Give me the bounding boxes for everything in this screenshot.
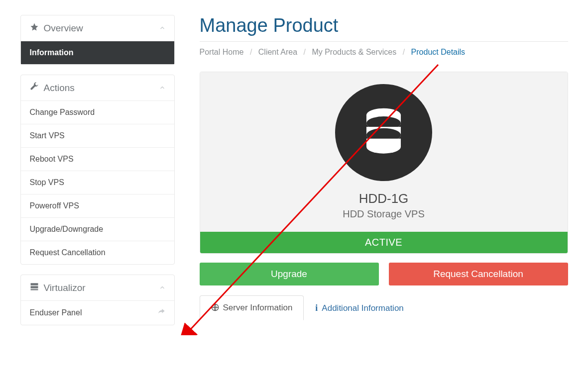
tab-label: Additional Information: [322, 303, 403, 313]
breadcrumb-sep: /: [304, 48, 306, 56]
status-badge: ACTIVE: [200, 232, 568, 253]
sidebar-item-information[interactable]: Information: [21, 41, 174, 64]
sidebar-item-label: Stop VPS: [30, 178, 64, 187]
tab-server-information[interactable]: Server Information: [200, 295, 304, 320]
sidebar-item-request-cancellation[interactable]: Request Cancellation: [21, 241, 174, 264]
breadcrumb-client[interactable]: Client Area: [258, 48, 297, 56]
sidebar-item-stop-vps[interactable]: Stop VPS: [21, 171, 174, 194]
sidebar-item-enduser-panel[interactable]: Enduser Panel: [21, 300, 174, 325]
sidebar-item-label: Start VPS: [30, 131, 65, 140]
breadcrumb-current[interactable]: Product Details: [411, 48, 466, 56]
breadcrumb-sep: /: [403, 48, 405, 56]
share-icon: [157, 308, 165, 318]
sidebar-item-label: Upgrade/Downgrade: [30, 225, 104, 234]
actions-panel: Actions Change Password Start VPS Reboot…: [20, 75, 175, 265]
sidebar-item-label: Poweroff VPS: [30, 201, 79, 210]
server-icon: [30, 282, 39, 293]
tabs: Server Information i Additional Informat…: [200, 295, 568, 320]
breadcrumb: Portal Home / Client Area / My Products …: [200, 48, 568, 57]
actions-title: Actions: [44, 83, 75, 94]
overview-panel: Overview Information: [20, 15, 175, 65]
tab-label: Server Information: [223, 303, 293, 313]
breadcrumb-products[interactable]: My Products & Services: [312, 48, 396, 56]
product-icon-circle: [335, 84, 432, 181]
page-title: Manage Product: [200, 15, 568, 36]
sidebar-item-upgrade-downgrade[interactable]: Upgrade/Downgrade: [21, 217, 174, 241]
wrench-icon: [30, 82, 39, 94]
breadcrumb-sep: /: [250, 48, 252, 56]
globe-icon: [211, 303, 219, 313]
virtualizor-panel: Virtualizor Enduser Panel: [20, 275, 175, 325]
virtualizor-title: Virtualizor: [44, 283, 86, 293]
chevron-up-icon: [159, 24, 165, 32]
overview-header[interactable]: Overview: [21, 15, 174, 41]
sidebar-item-change-password[interactable]: Change Password: [21, 100, 174, 124]
product-name: HDD-1G: [200, 191, 568, 206]
database-icon: [360, 107, 407, 159]
chevron-up-icon: [159, 84, 165, 92]
sidebar-item-poweroff-vps[interactable]: Poweroff VPS: [21, 194, 174, 217]
upgrade-button[interactable]: Upgrade: [200, 263, 379, 285]
product-top: HDD-1G HDD Storage VPS: [200, 72, 568, 232]
product-card: HDD-1G HDD Storage VPS ACTIVE: [200, 72, 568, 254]
product-subtitle: HDD Storage VPS: [200, 208, 568, 220]
actions-header[interactable]: Actions: [21, 75, 174, 100]
sidebar-item-label: Information: [30, 48, 74, 57]
sidebar-item-label: Enduser Panel: [30, 308, 82, 317]
sidebar-item-label: Change Password: [30, 108, 95, 117]
chevron-up-icon: [159, 284, 165, 292]
sidebar-item-start-vps[interactable]: Start VPS: [21, 124, 174, 147]
overview-title: Overview: [44, 23, 83, 34]
virtualizor-header[interactable]: Virtualizor: [21, 275, 174, 300]
divider: [200, 41, 568, 42]
sidebar-item-reboot-vps[interactable]: Reboot VPS: [21, 147, 174, 171]
breadcrumb-home[interactable]: Portal Home: [200, 48, 244, 56]
tab-additional-information[interactable]: i Additional Information: [304, 295, 415, 320]
star-icon: [30, 22, 39, 34]
request-cancellation-button[interactable]: Request Cancellation: [389, 263, 568, 285]
sidebar-item-label: Request Cancellation: [30, 248, 106, 257]
sidebar-item-label: Reboot VPS: [30, 155, 74, 164]
info-icon: i: [315, 303, 318, 313]
